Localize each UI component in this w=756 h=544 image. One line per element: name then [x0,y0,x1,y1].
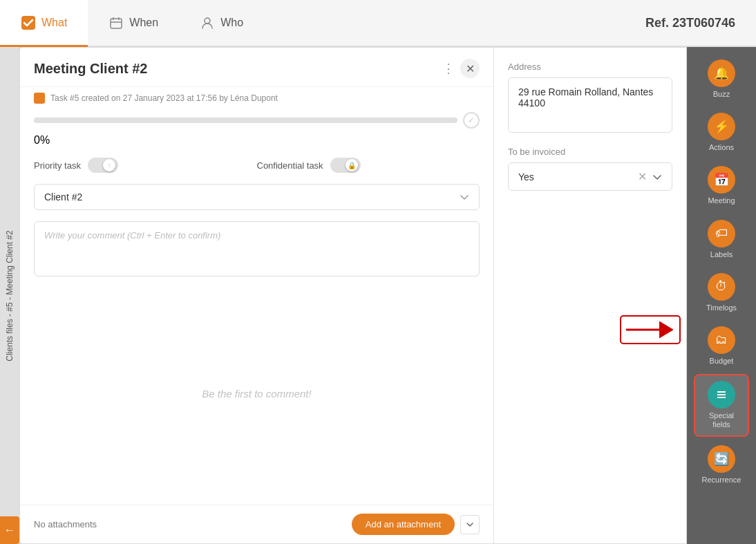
meeting-icon: 📅 [708,166,735,194]
invoice-label: To be invoiced [508,147,672,157]
dropdown-chevron-icon [460,192,469,202]
invoice-clear-icon[interactable]: ✕ [638,170,647,183]
person-icon [200,15,215,30]
meeting-label: Meeting [708,196,735,205]
sidebar-item-special-fields[interactable]: Specialfields [694,374,749,436]
modal-container: Meeting Client #2 ⋮ ✕ Task #5 created on… [19,47,687,544]
close-button[interactable]: ✕ [460,59,480,78]
buzz-icon: 🔔 [708,59,735,87]
priority-toggle-knob: ↑ [103,159,115,171]
progress-area: ✓ [20,109,493,134]
add-attachment-button[interactable]: Add an attachment [352,514,455,535]
modal-header: Meeting Client #2 ⋮ ✕ [20,48,493,87]
actions-icon: ⚡ [708,113,735,140]
sidebar-item-meeting[interactable]: 📅 Meeting [694,160,749,211]
labels-label: Labels [710,250,733,259]
footer-dropdown-button[interactable] [460,515,480,534]
sidebar-item-actions[interactable]: ⚡ Actions [694,107,749,158]
confidential-toggle-group: Confidential task 🔒 [257,158,480,173]
modal-left-panel: Meeting Client #2 ⋮ ✕ Task #5 created on… [19,47,493,544]
side-label-text: Clients files - #5 - Meeting Client #2 [5,230,15,361]
buzz-label: Buzz [713,90,730,99]
svg-rect-6 [36,95,43,102]
address-label: Address [508,62,672,72]
back-button[interactable]: ← [0,516,19,544]
progress-check[interactable]: ✓ [463,112,480,129]
budget-label: Budget [710,357,734,366]
be-first-comment: Be the first to comment! [20,282,493,505]
invoice-chevron-icon [652,172,662,182]
address-box: 29 rue Romain Rolland, Nantes 44100 [508,77,672,133]
modal-right-panel: Address 29 rue Romain Rolland, Nantes 44… [493,47,687,544]
arrow-icon [619,315,681,345]
budget-icon: 🗂 [708,326,735,354]
tab-when[interactable]: When [88,0,179,47]
client-dropdown[interactable]: Client #2 [34,184,480,210]
special-fields-label: Specialfields [709,411,734,429]
timelogs-icon: ⏱ [708,273,735,301]
progress-label: 0% [34,134,50,146]
sidebar-item-buzz[interactable]: 🔔 Buzz [694,54,749,104]
sidebar-item-timelogs[interactable]: ⏱ Timelogs [694,268,749,318]
sidebar-item-recurrence[interactable]: 🔄 Recurrence [694,440,749,490]
progress-bar-container[interactable] [34,118,457,123]
svg-point-5 [205,18,210,24]
task-color-icon [34,93,45,104]
labels-icon: 🏷 [708,220,735,247]
priority-toggle-group: Priority task ↑ [34,158,257,173]
confidential-toggle-knob: 🔒 [346,159,358,171]
confidential-task-label: Confidential task [257,160,323,171]
arrow-annotation [619,315,681,345]
right-sidebar: 🔔 Buzz ⚡ Actions 📅 Meeting 🏷 Labels ⏱ Ti… [687,47,756,544]
special-fields-icon [708,381,735,409]
recurrence-label: Recurrence [702,476,741,485]
confidential-toggle[interactable]: 🔒 [330,158,361,173]
no-attachments-label: No attachments [34,519,97,529]
ref-label: Ref. 23T060746 [625,0,756,46]
tab-what[interactable]: What [0,0,88,47]
check-icon [21,15,36,30]
svg-rect-1 [111,19,122,28]
sidebar-item-budget[interactable]: 🗂 Budget [694,321,749,371]
modal-footer: No attachments Add an attachment [20,505,493,543]
modal-menu-icon[interactable]: ⋮ [442,61,455,76]
actions-label: Actions [709,143,734,152]
recurrence-icon: 🔄 [708,445,735,473]
top-tab-bar: What When Who Ref. 23T060746 [0,0,756,47]
invoice-select[interactable]: Yes ✕ [508,162,672,191]
timelogs-label: Timelogs [706,303,737,312]
tab-who[interactable]: Who [179,0,264,47]
side-label-area: Clients files - #5 - Meeting Client #2 [0,47,19,544]
calendar-icon [108,15,124,30]
toggles-row: Priority task ↑ Confidential task 🔒 [20,152,493,178]
priority-toggle[interactable]: ↑ [88,158,118,173]
modal-title: Meeting Client #2 [34,61,147,77]
priority-task-label: Priority task [34,160,81,171]
invoice-value: Yes [518,171,638,182]
comment-area[interactable]: Write your comment (Ctrl + Enter to conf… [34,221,480,276]
task-info: Task #5 created on 27 January 2023 at 17… [20,87,493,109]
sidebar-item-labels[interactable]: 🏷 Labels [694,214,749,265]
